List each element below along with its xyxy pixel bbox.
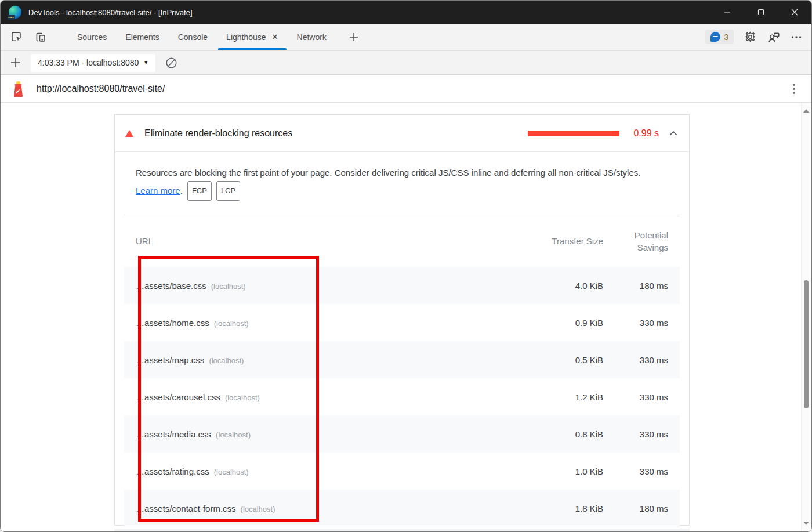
more-options-icon[interactable] xyxy=(791,31,802,43)
table-row: …assets/map.css(localhost)0.5 KiB330 ms xyxy=(124,341,680,378)
resource-path: …assets/map.css xyxy=(136,355,204,365)
transfer-size-value: 0.5 KiB xyxy=(539,355,603,365)
lighthouse-toolbar: 4:03:33 PM - localhost:8080 ▼ xyxy=(1,50,811,75)
table-row: …assets/carousel.css(localhost)1.2 KiB33… xyxy=(124,378,680,415)
tab-lighthouse[interactable]: Lighthouse ✕ xyxy=(217,24,287,50)
lcp-chip: LCP xyxy=(216,181,240,201)
vertical-scrollbar[interactable] xyxy=(801,103,810,532)
tab-label: Network xyxy=(297,32,327,42)
report-history-label: 4:03:33 PM - localhost:8080 xyxy=(38,58,139,67)
potential-savings-value: 330 ms xyxy=(603,429,668,439)
audit-title: Eliminate render-blocking resources xyxy=(144,128,292,139)
column-header-url: URL xyxy=(136,236,539,246)
close-button[interactable] xyxy=(778,1,811,24)
scroll-up-arrow-icon[interactable] xyxy=(802,106,811,115)
devtools-tab-bar: Sources Elements Console Lighthouse ✕ Ne… xyxy=(1,24,811,50)
resource-path: …assets/base.css xyxy=(136,281,206,291)
resource-path: …assets/home.css xyxy=(136,318,209,328)
tab-console[interactable]: Console xyxy=(169,24,217,50)
devtools-tabs: Sources Elements Console Lighthouse ✕ Ne… xyxy=(68,24,336,50)
resource-path: …assets/media.css xyxy=(136,429,211,439)
settings-gear-icon[interactable] xyxy=(744,31,756,43)
tab-network[interactable]: Network xyxy=(288,24,336,50)
issues-counter-button[interactable]: 3 xyxy=(705,30,734,44)
resource-url[interactable]: …assets/contact-form.css(localhost) xyxy=(136,504,539,513)
resource-url[interactable]: …assets/map.css(localhost) xyxy=(136,355,539,365)
new-report-icon[interactable] xyxy=(10,57,21,68)
potential-savings-value: 330 ms xyxy=(603,466,668,476)
minimize-button[interactable] xyxy=(710,1,744,24)
resource-url[interactable]: …assets/home.css(localhost) xyxy=(136,318,539,328)
scroll-down-arrow-icon[interactable] xyxy=(802,519,811,528)
learn-more-link[interactable]: Learn more xyxy=(136,186,180,196)
window-title: DevTools - localhost:8080/travel-site/ -… xyxy=(28,8,193,17)
table-row: …assets/rating.css(localhost)1.0 KiB330 … xyxy=(124,453,680,490)
tab-sources[interactable]: Sources xyxy=(68,24,116,50)
tab-label: Elements xyxy=(125,32,159,42)
chevron-down-icon: ▼ xyxy=(143,60,148,66)
resource-url[interactable]: …assets/media.css(localhost) xyxy=(136,429,539,439)
table-header-row: URL Transfer Size Potential Savings xyxy=(124,215,680,267)
audit-card: Eliminate render-blocking resources 0.99… xyxy=(114,114,690,526)
scrollbar-thumb[interactable] xyxy=(804,280,809,408)
clear-reports-icon[interactable] xyxy=(165,56,178,70)
potential-savings-value: 330 ms xyxy=(603,392,668,402)
tabbar-right-controls: 3 xyxy=(705,30,802,44)
report-url: http://localhost:8080/travel-site/ xyxy=(37,84,165,94)
resource-host: (localhost) xyxy=(214,319,249,328)
maximize-button[interactable] xyxy=(744,1,778,24)
report-history-dropdown[interactable]: 4:03:33 PM - localhost:8080 ▼ xyxy=(31,54,155,72)
resource-host: (localhost) xyxy=(211,282,246,291)
transfer-size-value: 1.0 KiB xyxy=(539,466,603,476)
inprivate-badge-icon: ••• xyxy=(8,15,15,20)
transfer-size-value: 4.0 KiB xyxy=(539,281,603,291)
edge-browser-icon: ••• xyxy=(9,6,21,19)
feedback-icon[interactable] xyxy=(767,30,780,44)
chevron-up-icon[interactable] xyxy=(669,131,677,136)
table-row: …assets/home.css(localhost)0.9 KiB330 ms xyxy=(124,304,680,341)
table-row: …assets/contact-form.css(localhost)1.8 K… xyxy=(124,490,680,527)
resource-host: (localhost) xyxy=(209,356,244,365)
resource-host: (localhost) xyxy=(241,505,276,513)
devtools-window: ••• DevTools - localhost:8080/travel-sit… xyxy=(0,0,812,532)
issues-count: 3 xyxy=(724,32,728,42)
description-text: Resources are blocking the first paint o… xyxy=(136,168,640,178)
tab-label: Console xyxy=(178,32,208,42)
savings-value: 0.99 s xyxy=(630,128,659,139)
tab-label: Lighthouse xyxy=(226,32,266,42)
resource-path: …assets/rating.css xyxy=(136,466,209,476)
resource-host: (localhost) xyxy=(216,430,251,439)
description-period: . xyxy=(180,186,183,196)
resource-path: …assets/carousel.css xyxy=(136,392,220,402)
audit-header[interactable]: Eliminate render-blocking resources 0.99… xyxy=(115,115,689,152)
next-audit-card-edge xyxy=(114,529,690,532)
resource-url[interactable]: …assets/base.css(localhost) xyxy=(136,281,539,291)
audit-description: Resources are blocking the first paint o… xyxy=(115,152,689,201)
device-toolbar-icon[interactable] xyxy=(33,30,48,45)
tab-label: Sources xyxy=(77,32,107,42)
resource-host: (localhost) xyxy=(214,468,249,476)
transfer-size-value: 1.2 KiB xyxy=(539,392,603,402)
column-header-transfer-size: Transfer Size xyxy=(539,235,603,247)
transfer-size-value: 0.8 KiB xyxy=(539,429,603,439)
fail-triangle-icon xyxy=(125,130,133,137)
table-row: …assets/base.css(localhost)4.0 KiB180 ms xyxy=(124,267,680,304)
more-tabs-button[interactable] xyxy=(349,32,359,42)
tab-close-icon[interactable]: ✕ xyxy=(272,32,278,41)
savings-bar xyxy=(528,131,619,136)
resources-table: URL Transfer Size Potential Savings …ass… xyxy=(124,215,680,527)
transfer-size-value: 0.9 KiB xyxy=(539,318,603,328)
window-controls xyxy=(710,1,811,24)
potential-savings-value: 180 ms xyxy=(603,504,668,513)
resource-url[interactable]: …assets/carousel.css(localhost) xyxy=(136,392,539,402)
resource-path: …assets/contact-form.css xyxy=(136,504,236,513)
resource-url[interactable]: …assets/rating.css(localhost) xyxy=(136,466,539,476)
inspect-element-icon[interactable] xyxy=(9,30,24,45)
report-content: Eliminate render-blocking resources 0.99… xyxy=(1,103,811,532)
potential-savings-value: 180 ms xyxy=(603,281,668,291)
tab-elements[interactable]: Elements xyxy=(116,24,168,50)
report-options-menu-icon[interactable] xyxy=(793,84,795,94)
table-row: …assets/media.css(localhost)0.8 KiB330 m… xyxy=(124,415,680,453)
transfer-size-value: 1.8 KiB xyxy=(539,504,603,513)
title-bar: ••• DevTools - localhost:8080/travel-sit… xyxy=(1,1,811,24)
